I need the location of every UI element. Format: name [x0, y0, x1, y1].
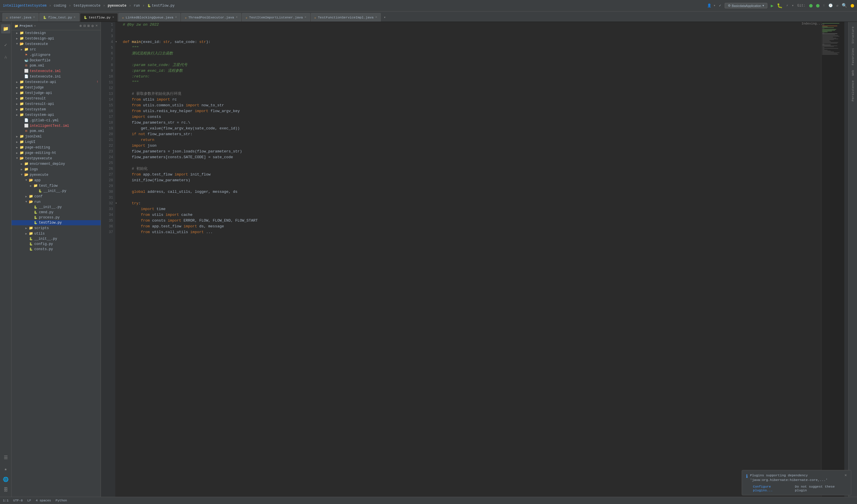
breadcrumb-system[interactable]: intelligenttestsystem [3, 4, 46, 8]
run-config-button[interactable]: ⚙ BasicdataApplication ▾ [725, 3, 767, 8]
tree-item-testresult[interactable]: ▶ 📁 testresult [12, 96, 101, 101]
tree-item-testpyexecute[interactable]: ▼ 📂 testpyexecute [12, 156, 101, 161]
coverage-button[interactable]: ⚡ [786, 3, 788, 8]
tree-item-testflow[interactable]: 🐍 testflow.py [12, 220, 101, 225]
tab-more-button[interactable]: ▾ [381, 13, 388, 22]
scrollbar[interactable] [844, 22, 848, 497]
tree-item-page-editing[interactable]: ▶ 📁 page-editing [12, 145, 101, 150]
web-icon[interactable]: 🌐 [1, 475, 11, 484]
tree-item-json2xml[interactable]: ▶ 📁 json2xml [12, 134, 101, 139]
status-file-type[interactable]: Python [56, 499, 67, 502]
tree-item-cmnd[interactable]: 🐍 cmnd.py [12, 210, 101, 215]
debug-button[interactable]: 🐛 [777, 3, 783, 8]
tab-test-item-import-listener[interactable]: ☕ TestItemImportListener.java × [242, 13, 310, 22]
undo-icon[interactable]: ↺ [836, 3, 838, 8]
tree-item-testdesign[interactable]: ▶ 📁 testdesign [12, 30, 101, 36]
structure-panel-label[interactable]: Structure [850, 24, 856, 46]
tree-icon-expand[interactable]: ⊞ [88, 24, 90, 28]
tree-item-testresult-api[interactable]: ▶ 📁 testresult-api [12, 101, 101, 107]
tree-icon-settings[interactable]: ⚙ [91, 24, 94, 28]
tree-item-app[interactable]: ▼ 📂 app [12, 177, 101, 183]
tab-close-icon[interactable]: × [375, 16, 377, 19]
tree-icon-collapse[interactable]: ⊟ [84, 24, 86, 28]
tree-item-testdesign-api[interactable]: ▶ 📁 testdesign-api [12, 36, 101, 41]
commit-icon[interactable]: ✓ [1, 40, 11, 50]
tree-item-scripts[interactable]: ▶ 📁 scripts [12, 225, 101, 231]
breadcrumb-pyexecute[interactable]: pyexecute [108, 4, 127, 8]
status-line-col[interactable]: 1:1 [3, 499, 9, 502]
tree-item-page-editing-ht[interactable]: ▶ 📁 page-editing-ht [12, 150, 101, 156]
tree-item-pom-xml-root[interactable]: m pom.xml [12, 128, 101, 134]
git-push-icon[interactable]: ↑ [823, 4, 825, 8]
tab-close-icon[interactable]: × [305, 16, 306, 19]
run-button[interactable]: ▶ [771, 3, 774, 8]
tab-thread-pool-executor[interactable]: ☕ ThreadPoolExecutor.java × [181, 13, 241, 22]
status-indent[interactable]: 4 spaces [36, 499, 51, 502]
search-icon[interactable]: 🔍 [842, 3, 847, 8]
fold-arrow-32[interactable]: ▾ [115, 201, 120, 206]
tab-close-icon[interactable]: × [113, 16, 114, 19]
tree-item-gitignore[interactable]: ⚑ .gitignore [12, 52, 101, 58]
tree-item-testjudge-api[interactable]: ▶ 📁 testjudge-api [12, 90, 101, 96]
status-encoding[interactable]: UTF-8 [13, 499, 23, 502]
tree-item-pom-xml-1[interactable]: m pom.xml [12, 63, 101, 68]
project-icon[interactable]: 📁 [1, 24, 11, 33]
user-icon[interactable]: 👤 ▾ [707, 3, 716, 8]
tree-item-run[interactable]: ▼ 📂 run [12, 199, 101, 205]
favorites-panel-label[interactable]: Favorites [850, 46, 856, 67]
dismiss-plugins-link[interactable]: Do not suggest these plugin [795, 485, 847, 492]
tree-item-envirnment-deploy[interactable]: ▶ 📁 envirnment_deploy [12, 161, 101, 167]
tab-close-icon[interactable]: × [33, 16, 35, 19]
status-line-ending[interactable]: LF [28, 499, 31, 502]
tree-item-config[interactable]: 🐍 config.py [12, 242, 101, 247]
configure-plugins-link[interactable]: Configure plugins... [753, 485, 792, 492]
tree-item-conf[interactable]: ▶ 📁 conf [12, 194, 101, 199]
tab-test-function-service-impl[interactable]: ☕ TestFunctionServiceImpl.java × [311, 13, 381, 22]
tab-flow-test-py[interactable]: 🐍 flow_test.py × [39, 13, 79, 22]
code-editor[interactable]: # @by zw on 2022 def main(exec_id: str, … [120, 22, 821, 497]
more-run-button[interactable]: ▾ [792, 3, 794, 8]
tree-item-consts[interactable]: 🐍 consts.py [12, 247, 101, 252]
breadcrumb-coding[interactable]: coding [54, 4, 66, 8]
tab-testflow-py[interactable]: 🐍 testflow.py × [80, 13, 118, 22]
tab-close-icon[interactable]: × [175, 16, 177, 19]
tree-item-logs[interactable]: ▶ 📁 logs [12, 167, 101, 172]
tree-item-testexecute-ini[interactable]: 📄 testexecute.ini [12, 74, 101, 79]
tree-item-testexecute[interactable]: ▼ 📂 testexecute [12, 41, 101, 47]
tree-item-process[interactable]: 🐍 process.py [12, 215, 101, 220]
structure-icon[interactable]: ☰ [1, 453, 11, 462]
tree-item-testjudge[interactable]: ▶ 📁 testjudge [12, 85, 101, 90]
web-panel-label[interactable]: Web [850, 68, 856, 78]
favorites-icon[interactable]: ★ [1, 465, 11, 474]
tab-close-icon[interactable]: × [236, 16, 237, 19]
tree-item-pyexecute[interactable]: ▼ 📂 pyexecute [12, 172, 101, 177]
persistence-icon[interactable]: 🗄 [1, 485, 11, 494]
tab-close-icon[interactable]: × [74, 16, 75, 19]
tree-item-app-init[interactable]: 🐍 __init__.py [12, 189, 101, 194]
tab-linked-blocking-queue[interactable]: ☕ LinkedBlockingQueue.java × [118, 13, 181, 22]
persistence-panel-label[interactable]: Persistence [850, 78, 856, 104]
notification-close-button[interactable]: × [845, 473, 847, 478]
tree-item-gitlab-ci[interactable]: 📄 .gitlab-ci.yml [12, 118, 101, 123]
tree-item-testexecute-api[interactable]: ▶ 📁 testexecute-api ! [12, 79, 101, 85]
tree-item-utils[interactable]: ▶ 📁 utils [12, 231, 101, 236]
tree-item-testsystem[interactable]: ▶ 📁 testsystem [12, 107, 101, 112]
tree-icon-add[interactable]: ⊕ [80, 24, 82, 28]
tree-item-testexecute-iml[interactable]: ⬜ testexecute.iml [12, 68, 101, 74]
tree-item-intelligenttest-iml[interactable]: ⬜ intelligentTest.iml [12, 123, 101, 128]
tree-item-pyexecute-init[interactable]: 🐍 __init__.py [12, 236, 101, 242]
breadcrumb-run[interactable]: run [134, 4, 140, 8]
git-history-icon[interactable]: 🕐 [828, 3, 833, 8]
breadcrumb-testpyexecute[interactable]: testpyexecute [73, 4, 101, 8]
tree-icon-close[interactable]: × [96, 24, 98, 28]
vcs-icon[interactable]: ⑃ [1, 53, 11, 62]
vcs-icon[interactable]: ✓ [719, 3, 721, 8]
tree-item-dockerfile[interactable]: 🐋 Dockerfile [12, 58, 101, 63]
tree-item-test-flow[interactable]: ▶ 📁 test_flow [12, 183, 101, 189]
tree-item-src[interactable]: ▶ 📁 src [12, 47, 101, 52]
tree-item-testsystem-api[interactable]: ▶ 📁 testsystem-api [12, 112, 101, 118]
tab-stener-java[interactable]: ☕ stener.java × [2, 13, 39, 22]
fold-arrow-4[interactable]: ▾ [115, 39, 120, 45]
tree-item-run-init[interactable]: 🐍 __init__.py [12, 205, 101, 210]
tree-item-logui[interactable]: ▶ 📁 LogUI [12, 139, 101, 145]
